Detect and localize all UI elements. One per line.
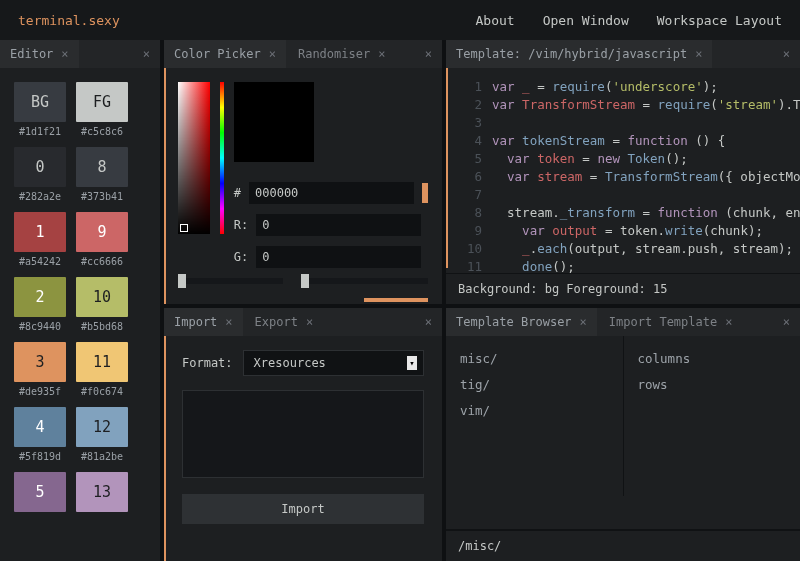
swatch-cell[interactable]: FG#c5c8c6 <box>76 82 128 137</box>
color-picker-tab[interactable]: Color Picker × <box>164 40 286 68</box>
editor-panel: Editor × × BG#1d1f21FG#c5c8c60#282a2e8#3… <box>0 40 160 561</box>
swatch-cell[interactable]: 5 <box>14 472 66 516</box>
g-label: G: <box>234 250 248 264</box>
close-icon[interactable]: × <box>306 315 313 329</box>
swatch: 5 <box>14 472 66 512</box>
slider-1[interactable] <box>178 278 283 284</box>
close-icon[interactable]: × <box>61 47 68 61</box>
close-icon[interactable]: × <box>269 47 276 61</box>
r-input[interactable] <box>256 214 421 236</box>
swatch-cell[interactable]: 12#81a2be <box>76 407 128 462</box>
swatch: BG <box>14 82 66 122</box>
format-select[interactable]: Xresources ▾ <box>243 350 424 376</box>
app-header: terminal.sexy About Open Window Workspac… <box>0 0 800 40</box>
browser-col-right: columnsrows <box>623 336 801 496</box>
swatch-cell[interactable]: 13 <box>76 472 128 516</box>
swatch-hex: #de935f <box>19 386 61 397</box>
saturation-picker[interactable] <box>178 82 210 234</box>
swatch-cell[interactable]: 9#cc6666 <box>76 212 128 267</box>
close-icon[interactable]: × <box>580 315 587 329</box>
picker-tabbar: Color Picker × Randomiser × × <box>164 40 442 68</box>
close-icon[interactable]: × <box>425 47 432 61</box>
g-input[interactable] <box>256 246 421 268</box>
close-icon[interactable]: × <box>378 47 385 61</box>
close-icon[interactable]: × <box>143 47 150 61</box>
swatch-cell[interactable]: 8#373b41 <box>76 147 128 202</box>
accent-bar <box>422 183 428 203</box>
list-item[interactable]: columns <box>638 346 787 372</box>
swatch-cell[interactable]: 10#b5bd68 <box>76 277 128 332</box>
swatch: 3 <box>14 342 66 382</box>
swatch: 1 <box>14 212 66 252</box>
swatch: 4 <box>14 407 66 447</box>
nav-about[interactable]: About <box>476 13 515 28</box>
hex-input[interactable] <box>249 182 414 204</box>
editor-tab-label: Editor <box>10 47 53 61</box>
import-textarea[interactable] <box>182 390 424 478</box>
import-button-label: Import <box>281 502 324 516</box>
randomiser-tab[interactable]: Randomiser × <box>288 40 395 68</box>
browser-panel: Template Browser × Import Template × × m… <box>446 308 800 561</box>
swatch-hex: #cc6666 <box>81 256 123 267</box>
editor-tab[interactable]: Editor × <box>0 40 79 68</box>
swatch-hex: #a54242 <box>19 256 61 267</box>
slider-2[interactable] <box>301 278 428 284</box>
close-icon[interactable]: × <box>783 315 790 329</box>
color-picker-panel: Color Picker × Randomiser × × # R: <box>164 40 442 304</box>
import-tab[interactable]: Import × <box>164 308 243 336</box>
template-tabbar: Template: /vim/hybrid/javascript × × <box>446 40 800 68</box>
import-panel: Import × Export × × Format: Xresources ▾… <box>164 308 442 561</box>
brand: terminal.sexy <box>18 13 120 28</box>
swatch: 10 <box>76 277 128 317</box>
swatch: 12 <box>76 407 128 447</box>
nav-open-window[interactable]: Open Window <box>543 13 629 28</box>
import-template-tab[interactable]: Import Template × <box>599 308 743 336</box>
close-icon[interactable]: × <box>695 47 702 61</box>
close-icon[interactable]: × <box>725 315 732 329</box>
swatch-cell[interactable]: 3#de935f <box>14 342 66 397</box>
hue-slider[interactable] <box>220 82 223 234</box>
browser-tab-label: Template Browser <box>456 315 572 329</box>
swatch-hex: #1d1f21 <box>19 126 61 137</box>
swatch: 9 <box>76 212 128 252</box>
code-viewer: 1var _ = require('underscore'); 2var Tra… <box>446 68 800 276</box>
swatch: FG <box>76 82 128 122</box>
import-tab-label: Import <box>174 315 217 329</box>
template-panel: Template: /vim/hybrid/javascript × × 1va… <box>446 40 800 304</box>
close-icon[interactable]: × <box>783 47 790 61</box>
swatch-cell[interactable]: 0#282a2e <box>14 147 66 202</box>
template-tab-label: Template: /vim/hybrid/javascript <box>456 47 687 61</box>
list-item[interactable]: misc/ <box>460 346 609 372</box>
template-tab[interactable]: Template: /vim/hybrid/javascript × <box>446 40 712 68</box>
swatch-hex: #b5bd68 <box>81 321 123 332</box>
browser-col-left: misc/tig/vim/ <box>446 336 623 496</box>
list-item[interactable]: vim/ <box>460 398 609 424</box>
swatch-hex: #8c9440 <box>19 321 61 332</box>
swatch-cell[interactable]: 4#5f819d <box>14 407 66 462</box>
hash-label: # <box>234 186 241 200</box>
swatch-hex: #5f819d <box>19 451 61 462</box>
export-tab[interactable]: Export × <box>245 308 324 336</box>
color-preview <box>234 82 314 162</box>
swatch-cell[interactable]: 2#8c9440 <box>14 277 66 332</box>
template-status: Background: bg Foreground: 15 <box>446 273 800 304</box>
close-icon[interactable]: × <box>425 315 432 329</box>
export-tab-label: Export <box>255 315 298 329</box>
swatch-cell[interactable]: 11#f0c674 <box>76 342 128 397</box>
browser-path: /misc/ <box>446 529 800 561</box>
template-browser-tab[interactable]: Template Browser × <box>446 308 597 336</box>
picker-tab-label: Color Picker <box>174 47 261 61</box>
import-button[interactable]: Import <box>182 494 424 524</box>
chevron-down-icon: ▾ <box>407 356 417 370</box>
list-item[interactable]: tig/ <box>460 372 609 398</box>
swatch-grid: BG#1d1f21FG#c5c8c60#282a2e8#373b411#a542… <box>0 68 160 530</box>
swatch: 13 <box>76 472 128 512</box>
list-item[interactable]: rows <box>638 372 787 398</box>
swatch-cell[interactable]: 1#a54242 <box>14 212 66 267</box>
nav-workspace-layout[interactable]: Workspace Layout <box>657 13 782 28</box>
close-icon[interactable]: × <box>225 315 232 329</box>
import-template-tab-label: Import Template <box>609 315 717 329</box>
swatch: 2 <box>14 277 66 317</box>
swatch-cell[interactable]: BG#1d1f21 <box>14 82 66 137</box>
swatch-hex: #282a2e <box>19 191 61 202</box>
